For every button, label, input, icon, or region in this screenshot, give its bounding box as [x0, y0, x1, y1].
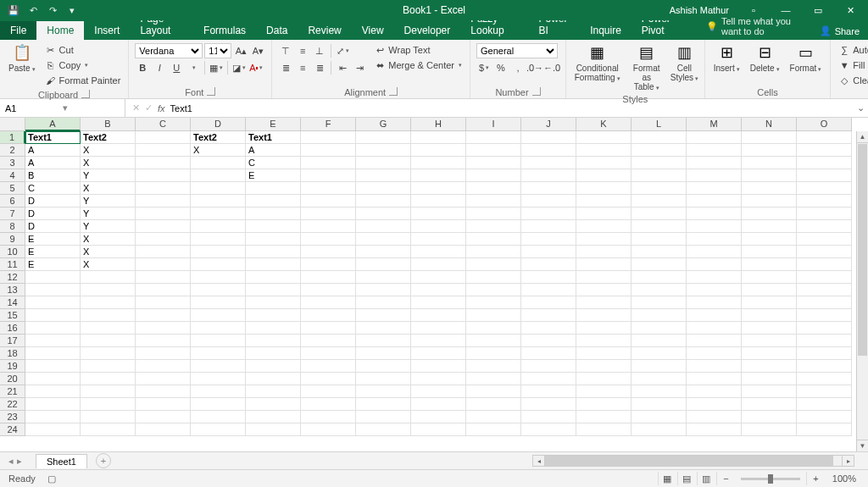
- cell[interactable]: [191, 284, 246, 296]
- font-size-select[interactable]: 11: [204, 43, 231, 58]
- align-top-button[interactable]: ⊤: [278, 43, 293, 58]
- cell[interactable]: [246, 347, 301, 360]
- cell[interactable]: [797, 322, 852, 335]
- column-header[interactable]: F: [301, 118, 356, 131]
- cell[interactable]: [301, 195, 356, 208]
- cell[interactable]: [25, 347, 81, 360]
- cell[interactable]: [25, 284, 81, 296]
- tab-inquire[interactable]: Inquire: [580, 21, 632, 40]
- cell[interactable]: [356, 373, 411, 385]
- cell[interactable]: [521, 322, 576, 335]
- cell[interactable]: [136, 208, 191, 220]
- cell[interactable]: [301, 423, 356, 436]
- horizontal-scrollbar[interactable]: ◂ ▸: [532, 455, 854, 467]
- cell[interactable]: [411, 347, 466, 360]
- cell[interactable]: [246, 296, 301, 309]
- cell[interactable]: [742, 258, 797, 271]
- cell[interactable]: [81, 423, 136, 436]
- cell[interactable]: [246, 246, 301, 258]
- row-header[interactable]: 15: [0, 309, 25, 322]
- tab-home[interactable]: Home: [36, 21, 84, 40]
- cell[interactable]: [687, 385, 742, 398]
- cell[interactable]: [411, 258, 466, 271]
- cell[interactable]: [25, 423, 81, 436]
- cell[interactable]: [136, 423, 191, 436]
- cell[interactable]: [411, 398, 466, 411]
- cell[interactable]: [136, 271, 191, 284]
- cell[interactable]: [466, 208, 521, 220]
- row-header[interactable]: 3: [0, 157, 25, 169]
- conditional-formatting-button[interactable]: ▦Conditional Formatting: [570, 42, 625, 84]
- cell[interactable]: B: [25, 169, 81, 182]
- format-cells-button[interactable]: ▭Format: [785, 42, 827, 75]
- cell[interactable]: [81, 347, 136, 360]
- cell[interactable]: [301, 144, 356, 157]
- cell[interactable]: [687, 233, 742, 246]
- cell[interactable]: [246, 309, 301, 322]
- cell[interactable]: D: [25, 220, 81, 233]
- cell[interactable]: [632, 284, 687, 296]
- zoom-in-button[interactable]: +: [806, 472, 825, 485]
- cell[interactable]: [356, 144, 411, 157]
- cell[interactable]: [576, 144, 632, 157]
- cell[interactable]: Text2: [191, 131, 246, 144]
- cell[interactable]: [687, 335, 742, 347]
- cell[interactable]: [687, 322, 742, 335]
- cell[interactable]: [466, 169, 521, 182]
- row-header[interactable]: 17: [0, 335, 25, 347]
- cell[interactable]: [246, 373, 301, 385]
- font-color-button[interactable]: A: [248, 60, 264, 75]
- scroll-up-icon[interactable]: ▲: [857, 131, 868, 143]
- decrease-font-button[interactable]: A▾: [250, 43, 265, 58]
- cell[interactable]: X: [81, 246, 136, 258]
- wrap-text-button[interactable]: ↩Wrap Text: [372, 43, 464, 57]
- cell[interactable]: [521, 309, 576, 322]
- row-header[interactable]: 2: [0, 144, 25, 157]
- cell[interactable]: [301, 309, 356, 322]
- copy-button[interactable]: ⎘Copy: [43, 58, 123, 72]
- cell[interactable]: [797, 182, 852, 195]
- cell[interactable]: [797, 385, 852, 398]
- row-header[interactable]: 19: [0, 360, 25, 373]
- scroll-right-icon[interactable]: ▸: [842, 456, 854, 466]
- cell[interactable]: [797, 423, 852, 436]
- increase-decimal-button[interactable]: .0→: [527, 60, 542, 75]
- cell[interactable]: [521, 144, 576, 157]
- cell[interactable]: [797, 347, 852, 360]
- cell[interactable]: [81, 322, 136, 335]
- tab-developer[interactable]: Developer: [394, 21, 461, 40]
- cell[interactable]: [466, 385, 521, 398]
- cell[interactable]: [356, 347, 411, 360]
- cell[interactable]: [466, 195, 521, 208]
- cell[interactable]: [411, 360, 466, 373]
- row-header[interactable]: 11: [0, 258, 25, 271]
- cell[interactable]: [301, 411, 356, 423]
- column-header[interactable]: L: [632, 118, 687, 131]
- italic-button[interactable]: I: [152, 60, 167, 75]
- decrease-indent-button[interactable]: ⇤: [335, 60, 350, 75]
- cell[interactable]: [797, 411, 852, 423]
- cell[interactable]: [411, 385, 466, 398]
- cell[interactable]: [191, 335, 246, 347]
- cell[interactable]: [191, 233, 246, 246]
- percent-format-button[interactable]: %: [493, 60, 509, 75]
- clipboard-launcher[interactable]: [81, 90, 90, 98]
- cell[interactable]: [687, 195, 742, 208]
- cell[interactable]: [687, 347, 742, 360]
- cell[interactable]: [411, 284, 466, 296]
- cell[interactable]: [356, 157, 411, 169]
- cell[interactable]: [466, 398, 521, 411]
- cell[interactable]: [742, 144, 797, 157]
- cell[interactable]: [521, 373, 576, 385]
- row-header[interactable]: 7: [0, 208, 25, 220]
- cell[interactable]: [411, 423, 466, 436]
- cell[interactable]: [576, 322, 632, 335]
- underline-more[interactable]: [186, 60, 201, 75]
- cell[interactable]: [576, 385, 632, 398]
- paste-button[interactable]: 📋 Paste: [3, 42, 41, 75]
- align-bottom-button[interactable]: ⊥: [312, 43, 327, 58]
- cell[interactable]: [411, 233, 466, 246]
- column-header[interactable]: K: [576, 118, 632, 131]
- cell[interactable]: [356, 220, 411, 233]
- cell[interactable]: [521, 195, 576, 208]
